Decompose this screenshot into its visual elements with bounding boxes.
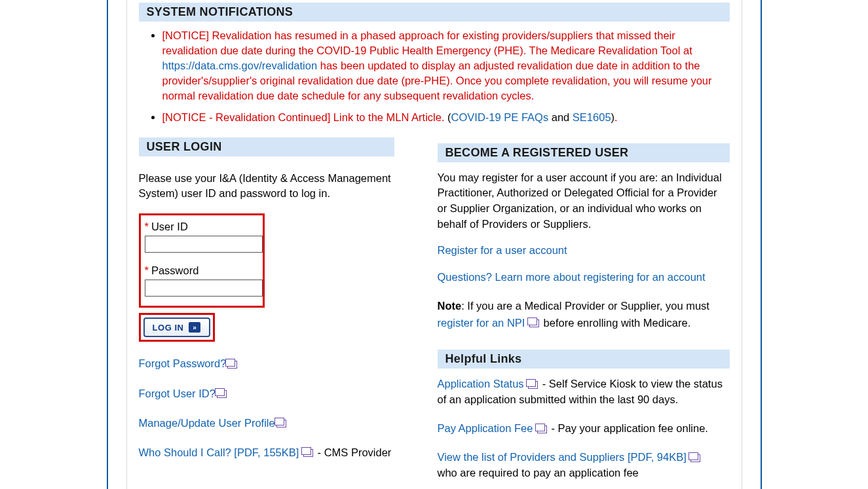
section-header-login: USER LOGIN (139, 137, 394, 156)
section-header-register: BECOME A REGISTERED USER (438, 143, 730, 162)
who-call-link[interactable]: Who Should I Call? [PDF, 155KB] (139, 446, 299, 458)
section-header-helpful: Helpful Links (438, 350, 730, 369)
required-asterisk: * (145, 221, 149, 232)
external-link-icon (537, 426, 547, 433)
login-button[interactable]: LOG IN » (143, 317, 210, 337)
external-link-icon (227, 361, 237, 369)
required-asterisk: * (145, 264, 149, 276)
register-column: BECOME A REGISTERED USER You may registe… (438, 137, 730, 481)
arrow-right-icon: » (189, 322, 200, 333)
pay-fee-desc: - Pay your application fee online. (548, 422, 708, 434)
user-id-input[interactable] (145, 236, 263, 253)
application-status-link[interactable]: Application Status (438, 378, 524, 389)
manage-profile-link[interactable]: Manage/Update User Profile (139, 417, 275, 429)
forgot-userid-link[interactable]: Forgot User ID? (139, 388, 216, 399)
register-questions-link[interactable]: Questions? Learn more about registering … (438, 271, 706, 283)
note-label: Note (438, 300, 462, 312)
se1605-link[interactable]: SE1605 (573, 111, 611, 123)
revalidation-link[interactable]: https://data.cms.gov/revalidation (162, 60, 318, 71)
notice-item: [NOTICE] Revalidation has resumed in a p… (162, 28, 730, 103)
covid-faqs-link[interactable]: COVID-19 PE FAQs (451, 111, 549, 123)
notice-2-pre: [NOTICE - Revalidation Continued] Link t… (162, 111, 448, 123)
login-button-label: LOG IN (153, 323, 184, 333)
external-link-icon (528, 381, 538, 389)
login-form: *User ID *Password (139, 213, 265, 308)
who-call-desc: - CMS Provider (314, 446, 391, 458)
password-input[interactable] (145, 280, 263, 297)
section-header-notifications: SYSTEM NOTIFICATIONS (139, 3, 730, 22)
notice-item: [NOTICE - Revalidation Continued] Link t… (162, 110, 730, 125)
login-column: USER LOGIN Please use your I&A (Identity… (139, 137, 401, 481)
notice-1-pre: [NOTICE] Revalidation has resumed in a p… (162, 29, 692, 56)
view-list-desc: who are required to pay an application f… (438, 467, 639, 479)
user-id-label-text: User ID (151, 221, 188, 232)
user-id-label: *User ID (145, 221, 259, 233)
notifications-list: [NOTICE] Revalidation has resumed in a p… (139, 28, 730, 126)
login-button-highlight: LOG IN » (139, 313, 215, 342)
register-account-link[interactable]: Register for a user account (438, 244, 567, 256)
register-intro: You may register for a user account if y… (438, 170, 730, 233)
notice-2-dot: . (614, 111, 618, 123)
forgot-password-link[interactable]: Forgot Password? (139, 357, 227, 369)
login-instructions: Please use your I&A (Identity & Access M… (139, 171, 394, 202)
pay-fee-link[interactable]: Pay Application Fee (438, 422, 533, 434)
note-text-2: before enrolling with Medicare. (540, 317, 690, 329)
external-link-icon (690, 454, 700, 462)
password-label-text: Password (151, 264, 198, 276)
notice-2-and: and (548, 111, 573, 123)
note-text-1: : If you are a Medical Provider or Suppl… (461, 300, 709, 312)
password-label: *Password (145, 264, 259, 277)
external-link-icon (529, 319, 539, 327)
register-npi-link[interactable]: register for an NPI (438, 317, 525, 329)
external-link-icon (303, 449, 313, 457)
view-list-link[interactable]: View the list of Providers and Suppliers… (438, 451, 687, 463)
external-link-icon (276, 420, 286, 427)
external-link-icon (217, 390, 227, 398)
